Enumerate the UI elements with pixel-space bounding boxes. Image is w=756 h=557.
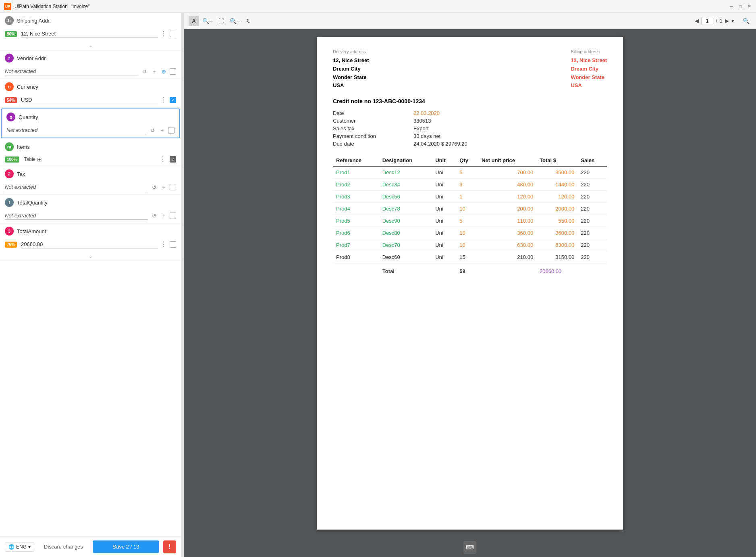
row-desc: Desc70: [379, 239, 432, 251]
table-row: Prod1 Desc12 Uni 5 700.00 3500.00 220: [333, 166, 607, 179]
payment-label: Payment condition: [333, 133, 397, 139]
search-button[interactable]: 🔍: [741, 16, 751, 26]
currency-checkbox[interactable]: ✓: [170, 97, 176, 103]
field-tax-label: Tax: [17, 171, 176, 177]
shipping-checkbox[interactable]: [170, 31, 176, 37]
page-input[interactable]: [701, 17, 713, 25]
due-date-label: Due date: [333, 141, 397, 147]
shipping-chevron[interactable]: ⌄: [0, 41, 181, 50]
text-tool-button[interactable]: A: [189, 16, 199, 26]
document-area[interactable]: Delivery address 12, Nice Street Dream C…: [184, 29, 756, 538]
col-sales: Sales: [577, 155, 607, 166]
shipping-addr-value[interactable]: 12, Nice Street: [21, 30, 158, 38]
quantity-checkbox[interactable]: [168, 127, 174, 134]
quantity-add-icon[interactable]: ＋: [158, 127, 166, 134]
items-header: m Items: [0, 139, 181, 154]
currency-dots-icon[interactable]: ⋮: [160, 97, 167, 103]
total-amount-chevron[interactable]: ⌄: [0, 252, 181, 261]
field-letter-3: 3: [5, 227, 14, 236]
total-qty-add-icon[interactable]: ＋: [160, 212, 167, 219]
row-net: 120.00: [478, 191, 536, 203]
field-total-quantity-header: l TotalQuantity: [0, 195, 181, 210]
next-page-button[interactable]: ▶: [725, 18, 729, 24]
row-unit: Uni: [432, 215, 456, 227]
tax-add-icon[interactable]: ＋: [160, 184, 167, 191]
total-qty-checkbox[interactable]: [170, 213, 176, 219]
row-qty: 1: [456, 191, 478, 203]
tax-value[interactable]: Not extracted: [5, 183, 148, 191]
search-icon: 🔍: [743, 18, 750, 24]
doc-field-customer: Customer 380513: [333, 118, 607, 124]
minimize-button[interactable]: ─: [729, 4, 734, 9]
currency-value[interactable]: USD: [21, 96, 158, 104]
tax-undo-icon[interactable]: ↺: [150, 184, 158, 191]
field-letter-m: m: [5, 142, 14, 151]
table-row: Prod7 Desc70 Uni 10 630.00 6300.00 220: [333, 239, 607, 251]
vendor-undo-icon[interactable]: ↺: [141, 68, 148, 75]
quantity-undo-icon[interactable]: ↺: [149, 127, 156, 134]
quantity-value[interactable]: Not extracted: [6, 126, 146, 134]
vendor-addr-value[interactable]: Not extracted: [5, 67, 138, 75]
total-amount-dots-icon[interactable]: ⋮: [160, 241, 167, 248]
field-shipping-addr: h Shipping Addr. 90% 12, Nice Street ⋮ ⌄: [0, 13, 181, 50]
total-amount-checkbox[interactable]: [170, 241, 176, 248]
alert-button[interactable]: !: [163, 540, 176, 553]
total-amount-value[interactable]: 20660.00: [21, 240, 158, 248]
vendor-checkbox[interactable]: [170, 68, 176, 75]
total-quantity-value[interactable]: Not extracted: [5, 212, 148, 220]
vendor-add-icon[interactable]: ＋: [150, 68, 158, 75]
field-vendor-addr-value-row: Not extracted ↺ ＋ ⊕: [0, 66, 181, 79]
row-unit: Uni: [432, 239, 456, 251]
prev-page-button[interactable]: ◀: [695, 18, 699, 24]
billing-address-content: 12, Nice Street Dream City Wonder State …: [571, 56, 607, 90]
row-ref: Prod3: [333, 191, 379, 203]
field-total-amount-header: 3 TotalAmount: [0, 223, 181, 239]
row-ref: Prod1: [333, 166, 379, 179]
table-row: Prod3 Desc56 Uni 1 120.00 120.00 220: [333, 191, 607, 203]
items-checkbox[interactable]: ✓: [170, 156, 176, 163]
page-dropdown-icon[interactable]: ▾: [731, 18, 734, 24]
billing-line2: Dream City: [571, 65, 607, 73]
due-date-value: 24.04.2020 $ 29769.20: [413, 141, 467, 147]
table-body: Prod1 Desc12 Uni 5 700.00 3500.00 220 Pr…: [333, 166, 607, 263]
globe-icon: 🌐: [8, 544, 15, 550]
language-label: ENG: [16, 544, 27, 550]
row-total: 6300.00: [536, 239, 577, 251]
delivery-line3: Wonder State: [333, 73, 369, 82]
row-unit: Uni: [432, 191, 456, 203]
row-sales: 220: [577, 239, 607, 251]
items-table-btn[interactable]: Table ⊞: [24, 156, 42, 163]
tax-actions: ↺ ＋: [150, 184, 176, 191]
language-selector[interactable]: 🌐 ENG ▾: [5, 542, 34, 552]
row-net: 210.00: [478, 251, 536, 263]
total-qty-undo-icon[interactable]: ↺: [150, 212, 158, 219]
shipping-dots-icon[interactable]: ⋮: [160, 31, 167, 37]
row-ref: Prod4: [333, 203, 379, 215]
refresh-button[interactable]: ↻: [243, 16, 254, 26]
delivery-line4: USA: [333, 81, 369, 90]
zoom-out-button[interactable]: 🔍−: [230, 16, 240, 26]
discard-button[interactable]: Discard changes: [38, 540, 89, 553]
table-header: Reference Designation Unit Qty Net unit …: [333, 155, 607, 166]
window-controls: ─ □ ✕: [729, 4, 752, 9]
row-sales: 220: [577, 191, 607, 203]
row-sales: 220: [577, 203, 607, 215]
close-button[interactable]: ✕: [746, 4, 752, 9]
doc-fields: Date 22.03.2020 Customer 380513 Sales ta…: [333, 110, 607, 147]
vendor-circle-icon[interactable]: ⊕: [160, 68, 167, 75]
currency-confidence-badge: 54%: [5, 97, 17, 103]
zoom-in-button[interactable]: 🔍+: [202, 16, 213, 26]
fit-button[interactable]: ⛶: [216, 16, 226, 26]
row-qty: 15: [456, 251, 478, 263]
keyboard-button[interactable]: ⌨: [463, 541, 476, 554]
row-sales: 220: [577, 179, 607, 191]
items-dots-icon[interactable]: ⋮: [160, 156, 166, 163]
maximize-button[interactable]: □: [737, 4, 743, 9]
items-table-label: Table: [24, 156, 36, 162]
save-button[interactable]: Save 2 / 13: [93, 540, 159, 553]
row-qty: 10: [456, 203, 478, 215]
tax-checkbox[interactable]: [170, 184, 176, 190]
field-shipping-addr-header: h Shipping Addr.: [0, 13, 181, 28]
field-currency-header: u Currency: [0, 79, 181, 94]
field-total-quantity-label: TotalQuantity: [17, 200, 176, 206]
